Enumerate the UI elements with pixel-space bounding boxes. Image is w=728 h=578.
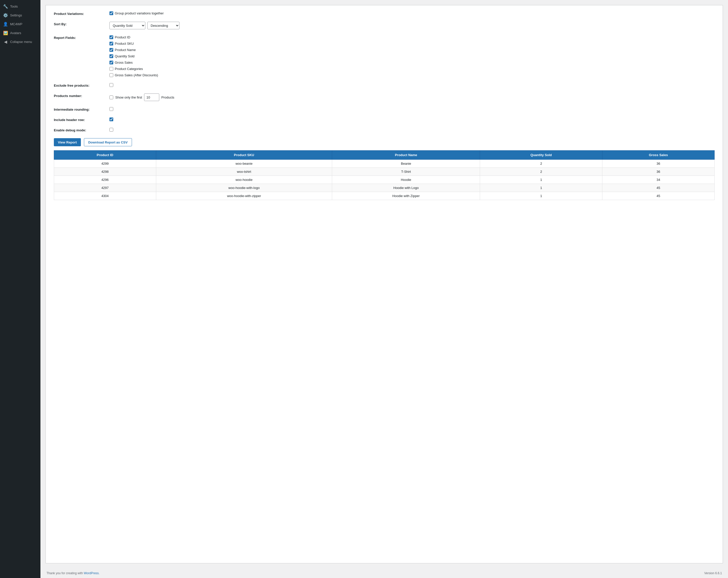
field-gross-sales-after-row: Gross Sales (After Discounts) <box>109 73 158 77</box>
report-fields-label: Report Fields: <box>54 35 109 40</box>
field-gross-sales-label: Gross Sales <box>115 61 133 64</box>
sidebar-item-settings-label: Settings <box>10 13 22 17</box>
table-cell-name: Hoodie with Logo <box>332 184 480 192</box>
field-product-sku-label: Product SKU <box>115 42 134 46</box>
table-cell-name: T-Shirt <box>332 168 480 176</box>
settings-icon: ⚙️ <box>3 13 8 18</box>
include-header-label: Include header row: <box>54 117 109 122</box>
table-cell-id: 4298 <box>54 168 156 176</box>
version-text: Version 6.6.1 <box>704 572 722 575</box>
col-header-product-name: Product Name <box>332 150 480 160</box>
intermediate-rounding-label: Intermediate rounding: <box>54 107 109 111</box>
products-number-input[interactable] <box>144 93 159 101</box>
table-cell-qty: 1 <box>480 192 602 200</box>
group-variations-checkbox[interactable] <box>109 11 113 15</box>
table-cell-sales: 34 <box>602 176 714 184</box>
table-cell-sku: woo-hoodie-with-zipper <box>156 192 332 200</box>
table-cell-sku: woo-tshirt <box>156 168 332 176</box>
table-row: 4296woo-hoodieHoodie134 <box>54 176 714 184</box>
mc4wp-icon: 👤 <box>3 22 8 27</box>
field-product-sku-row: Product SKU <box>109 42 134 46</box>
sort-order-select[interactable]: Descending Ascending <box>147 22 180 29</box>
include-header-content <box>109 117 714 121</box>
table-cell-qty: 1 <box>480 184 602 192</box>
table-cell-name: Hoodie with Zipper <box>332 192 480 200</box>
intermediate-rounding-checkbox[interactable] <box>109 107 113 111</box>
view-report-button[interactable]: View Report <box>54 138 81 146</box>
wordpress-link[interactable]: WordPress. <box>84 572 99 575</box>
product-variations-label: Product Variations: <box>54 11 109 16</box>
exclude-free-label: Exclude free products: <box>54 83 109 87</box>
collapse-icon: ◀ <box>3 39 8 44</box>
sidebar-item-avatars[interactable]: 🖼️ Avatars <box>0 29 41 37</box>
field-gross-sales-row: Gross Sales <box>109 61 133 64</box>
sort-by-select[interactable]: Quantity Sold Product Name Gross Sales P… <box>109 22 145 29</box>
product-variations-row: Product Variations: Group product variat… <box>54 11 714 16</box>
enable-debug-row: Enable debug mode: <box>54 128 714 132</box>
table-row: 4299woo-beanieBeanie236 <box>54 160 714 168</box>
table-cell-sales: 36 <box>602 168 714 176</box>
field-product-name-label: Product Name <box>115 48 136 52</box>
field-product-id-checkbox[interactable] <box>109 35 113 39</box>
products-number-label: Products number: <box>54 93 109 98</box>
table-cell-sales: 36 <box>602 160 714 168</box>
sidebar-item-mc4wp[interactable]: 👤 MC4WP <box>0 20 41 29</box>
tools-icon: 🔧 <box>3 4 8 9</box>
buttons-row: View Report Download Report as CSV <box>54 138 714 146</box>
sidebar-item-collapse[interactable]: ◀ Collapse menu <box>0 37 41 46</box>
table-cell-sales: 45 <box>602 192 714 200</box>
product-variations-content: Group product variations together <box>109 11 714 15</box>
table-cell-id: 4297 <box>54 184 156 192</box>
table-cell-qty: 2 <box>480 168 602 176</box>
col-header-quantity-sold: Quantity Sold <box>480 150 602 160</box>
field-product-categories-label: Product Categories <box>115 67 143 71</box>
field-gross-sales-after-checkbox[interactable] <box>109 73 113 77</box>
include-header-checkbox[interactable] <box>109 117 113 121</box>
intermediate-rounding-row: Intermediate rounding: <box>54 107 714 111</box>
table-cell-id: 4299 <box>54 160 156 168</box>
show-only-first-label: Show only the first <box>115 95 142 99</box>
table-cell-sales: 45 <box>602 184 714 192</box>
main-content: Product Variations: Group product variat… <box>41 0 728 578</box>
field-product-name-checkbox[interactable] <box>109 48 113 52</box>
sidebar-item-tools[interactable]: 🔧 Tools <box>0 2 41 11</box>
field-quantity-sold-label: Quantity Sold <box>115 54 134 58</box>
sort-by-label: Sort By: <box>54 22 109 26</box>
table-cell-sku: woo-beanie <box>156 160 332 168</box>
field-gross-sales-checkbox[interactable] <box>109 61 113 64</box>
enable-debug-checkbox[interactable] <box>109 128 113 132</box>
sidebar-item-settings[interactable]: ⚙️ Settings <box>0 11 41 20</box>
field-product-id-label: Product ID <box>115 35 130 39</box>
show-only-first-checkbox[interactable] <box>109 95 113 99</box>
table-cell-name: Beanie <box>332 160 480 168</box>
report-table: Product ID Product SKU Product Name Quan… <box>54 150 714 200</box>
products-number-content: Show only the first Products <box>109 93 714 101</box>
table-row: 4298woo-tshirtT-Shirt236 <box>54 168 714 176</box>
enable-debug-label: Enable debug mode: <box>54 128 109 132</box>
exclude-free-content <box>109 83 714 87</box>
field-product-categories-checkbox[interactable] <box>109 67 113 71</box>
products-number-row: Products number: Show only the first Pro… <box>54 93 714 101</box>
download-csv-button[interactable]: Download Report as CSV <box>84 138 132 146</box>
field-quantity-sold-row: Quantity Sold <box>109 54 134 58</box>
field-product-categories-row: Product Categories <box>109 67 143 71</box>
col-header-product-id: Product ID <box>54 150 156 160</box>
sort-by-content: Quantity Sold Product Name Gross Sales P… <box>109 22 714 29</box>
field-product-sku-checkbox[interactable] <box>109 42 113 46</box>
table-cell-name: Hoodie <box>332 176 480 184</box>
field-quantity-sold-checkbox[interactable] <box>109 54 113 58</box>
table-cell-sku: woo-hoodie-with-logo <box>156 184 332 192</box>
table-cell-qty: 2 <box>480 160 602 168</box>
table-row: 4304woo-hoodie-with-zipperHoodie with Zi… <box>54 192 714 200</box>
table-row: 4297woo-hoodie-with-logoHoodie with Logo… <box>54 184 714 192</box>
exclude-free-checkbox[interactable] <box>109 83 113 87</box>
sidebar-item-mc4wp-label: MC4WP <box>10 22 22 26</box>
products-number-inline: Show only the first Products <box>109 93 175 101</box>
report-fields-content: Product ID Product SKU Product Name Quan… <box>109 35 714 77</box>
enable-debug-content <box>109 128 714 132</box>
report-fields-row: Report Fields: Product ID Product SKU Pr… <box>54 35 714 77</box>
table-cell-id: 4304 <box>54 192 156 200</box>
footer-text: Thank you for creating with WordPress. <box>47 572 100 575</box>
group-variations-label: Group product variations together <box>115 11 164 15</box>
field-product-id-row: Product ID <box>109 35 130 39</box>
